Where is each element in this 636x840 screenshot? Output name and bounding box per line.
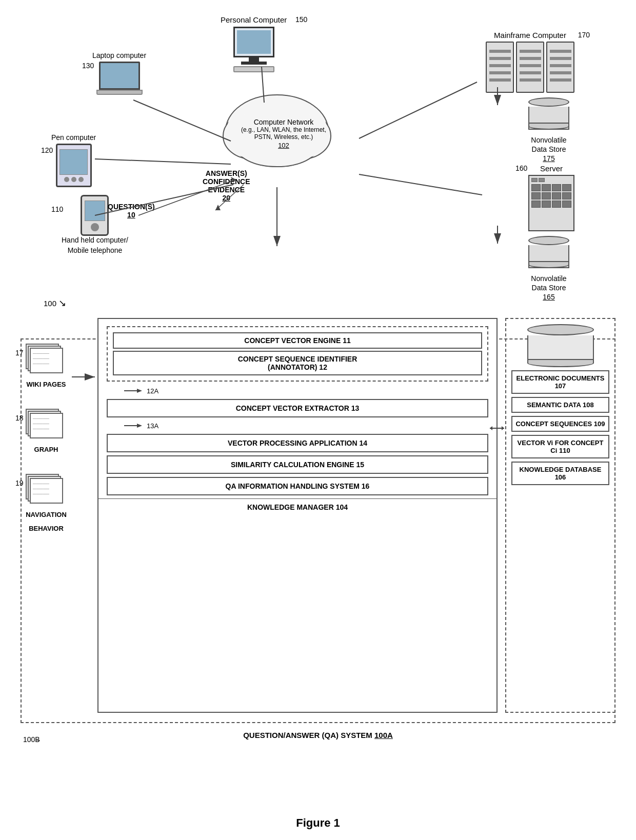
concept-vector-engine-box: CONCEPT VECTOR ENGINE 11 [113,332,482,349]
pc-keyboard [233,66,274,72]
wiki-pages-label: WIKI PAGES [26,381,67,388]
nav-icon: ─────────────── [26,474,67,505]
mainframe-unit-2 [516,42,544,93]
graph-number: 18 [15,414,24,422]
slot [489,78,511,82]
graph-label: GRAPH [26,446,67,453]
vector-processing-box: VECTOR PROCESSING APPLICATION 14 [107,434,488,452]
arrow-13a-label: 13A [147,422,158,430]
pen-icon [56,144,92,187]
similarity-calc-box: SIMILARITY CALCULATION ENGINE 15 [107,455,488,474]
svg-marker-30 [502,426,504,430]
arrow-13a-row: 13A [109,421,486,431]
cyl-top [528,236,569,245]
server-block [542,192,551,199]
mainframe-unit-1 [486,42,514,93]
slot [550,57,571,60]
nvds-165-number: 165 [543,293,554,301]
handheld-screen [85,201,105,221]
svg-point-5 [224,114,279,158]
pc-monitor [233,27,274,57]
arrow-12a-label: 12A [147,387,158,395]
wiki-pages-number: 17 [15,349,24,357]
svg-point-3 [236,126,318,167]
nvds-165: Nonvolatile Data Store 165 [528,236,569,302]
nvds-175-label: Nonvolatile Data Store 175 [528,135,569,164]
nvds-175: Nonvolatile Data Store 175 [528,97,569,164]
answers-number: 20 [203,194,250,202]
network-sublabel2: PSTN, Wireless, etc.) [230,133,337,141]
svg-point-2 [274,113,331,159]
svg-line-12 [359,82,477,138]
figure-caption: Figure 1 [0,816,636,830]
server-slot [531,178,538,182]
vector-vi-item: VECTOR Vi FOR CONCEPT Ci 110 [511,435,609,458]
handheld-icon [81,195,109,236]
concept-sequence-id-box: CONCEPT SEQUENCE IDENTIFIER (ANNOTATOR) … [113,351,482,375]
slot [489,64,511,67]
knowledge-db-item: KNOWLEDGE DATABASE 106 [511,462,609,485]
concept-vector-extractor-box: CONCEPT VECTOR EXTRACTOR 13 [107,399,488,417]
nvds-175-number: 175 [543,154,554,163]
server-slot [539,178,545,182]
network-label: Computer Network [230,118,337,126]
pc-monitor-screen [237,30,271,54]
mainframe-computer: Mainframe Computer 170 [486,31,574,98]
electronic-docs-item: ELECTRONIC DOCUMENTS 107 [511,370,609,394]
db-cyl-body [527,335,594,361]
personal-computer: Personal Computer 150 [221,15,287,68]
pc-icon [228,27,280,68]
arrow-12a-row: 12A [109,386,486,396]
wiki-pages-icon: ─────────────── [26,344,67,374]
nav-behavior-group: 19 ─────────────── NAVIGATION BEHAVIOR [26,474,67,532]
arrow-13a-svg [124,421,145,431]
right-datastore: ELECTRONIC DOCUMENTS 107 SEMANTIC DATA 1… [505,318,615,713]
laptop-computer: 130 Laptop computer [92,51,146,95]
graph-page-front: ─────────────── [30,413,63,438]
server-number: 160 [515,164,527,172]
left-stacks: 17 ─────────────── WIKI PAGES 18 ─ [26,344,67,548]
slot [520,50,541,53]
slot [489,71,511,74]
slot [520,64,541,67]
svg-marker-29 [490,426,492,430]
svg-marker-27 [137,424,142,428]
system-100-label: 100 ↘ [44,297,66,309]
pen-computer: 120 Pen computer [51,133,96,187]
top-section: Personal Computer 150 130 Laptop compute… [0,0,636,359]
db-cylinder-icon [527,324,594,367]
cyl-bottom [528,261,569,268]
mainframe-slots-1 [487,43,513,86]
slot [520,71,541,74]
svg-point-0 [226,95,328,167]
server-icon [528,175,574,231]
server-block [562,192,571,199]
pen-btn-2 [71,177,76,182]
svg-line-9 [95,159,231,164]
slot [550,64,571,67]
pen-number: 120 [41,146,53,154]
arrow-12a-svg [124,386,145,396]
graph-group: 18 ─────────────── GRAPH [26,409,67,453]
svg-point-7 [237,127,317,166]
network-number: 102 [230,142,337,149]
cyl-bottom [528,123,569,130]
mainframe-slots-2 [517,43,543,86]
slot [550,78,571,82]
handheld-number: 110 [51,205,63,213]
handheld-label: Hand held computer/ [62,236,128,244]
graph-icon: ─────────────── [26,409,67,439]
cylinder-165-icon [528,236,569,272]
slot [520,78,541,82]
server-block [542,201,551,208]
server-grid [531,184,571,208]
db-cyl-top [527,324,594,335]
svg-line-13 [359,174,482,195]
mainframe-unit-3 [546,42,574,93]
concept-sequences-item: CONCEPT SEQUENCES 109 [511,416,609,432]
pen-screen [59,149,88,175]
server-block [562,201,571,208]
pc-stand [249,57,259,62]
mainframe-label: Mainframe Computer [486,31,574,39]
server-block [562,184,571,191]
